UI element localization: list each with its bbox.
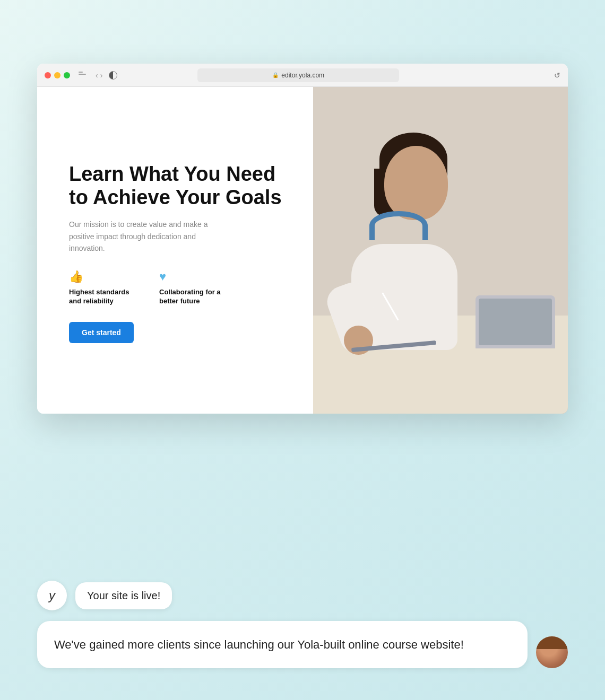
back-arrow[interactable]: ‹ <box>96 71 98 80</box>
traffic-lights <box>45 72 70 78</box>
address-bar[interactable]: 🔒 editor.yola.com <box>197 68 399 82</box>
sidebar-toggle-icon[interactable] <box>79 72 89 79</box>
maximize-button[interactable] <box>64 72 70 78</box>
browser-window: ‹ › 🔒 editor.yola.com ↺ Learn What You N… <box>37 64 568 414</box>
forward-arrow[interactable]: › <box>100 71 103 80</box>
site-live-bubble: Your site is live! <box>75 582 172 609</box>
site-live-row: y Your site is live! <box>37 581 568 610</box>
chat-area: y Your site is live! We've gained more c… <box>37 581 568 668</box>
yola-avatar: y <box>37 581 67 610</box>
hero-image <box>313 87 568 414</box>
heart-icon: ♥ <box>159 270 228 284</box>
testimonial-bubble: We've gained more clients since launchin… <box>37 621 528 668</box>
brightness-icon <box>109 71 117 80</box>
lock-icon: 🔒 <box>272 72 279 78</box>
yola-letter: y <box>49 588 55 603</box>
testimonial-row: We've gained more clients since launchin… <box>37 621 568 668</box>
feature-1-label: Highest standards and reliability <box>69 288 138 306</box>
feature-1: 👍 Highest standards and reliability <box>69 270 138 306</box>
hero-left-panel: Learn What You Need to Achieve Your Goal… <box>37 87 313 414</box>
feature-2-label: Collaborating for a better future <box>159 288 228 306</box>
close-button[interactable] <box>45 72 51 78</box>
hero-title: Learn What You Need to Achieve Your Goal… <box>69 163 292 209</box>
person-head <box>384 146 448 220</box>
hero-image-panel <box>313 87 568 414</box>
headphones <box>369 211 428 240</box>
features-row: 👍 Highest standards and reliability ♥ Co… <box>69 270 292 306</box>
browser-content: Learn What You Need to Achieve Your Goal… <box>37 87 568 414</box>
nav-arrows: ‹ › <box>96 71 102 80</box>
thumbs-up-icon: 👍 <box>69 270 138 284</box>
hero-subtitle: Our mission is to create value and make … <box>69 218 228 254</box>
get-started-button[interactable]: Get started <box>69 322 134 343</box>
reload-icon[interactable]: ↺ <box>554 71 560 80</box>
feature-2: ♥ Collaborating for a better future <box>159 270 228 306</box>
laptop <box>476 295 555 348</box>
minimize-button[interactable] <box>54 72 60 78</box>
url-text: editor.yola.com <box>281 72 324 79</box>
browser-toolbar: ‹ › 🔒 editor.yola.com ↺ <box>37 64 568 87</box>
user-avatar <box>536 636 568 668</box>
